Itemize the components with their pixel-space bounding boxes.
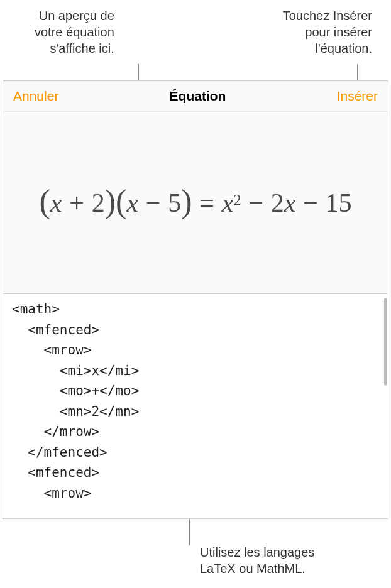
exponent: 2 (233, 192, 241, 209)
rendered-equation: ( x + 2 ) ( x − 5 ) = x2 − 2x − 15 (39, 188, 351, 218)
insert-button[interactable]: Insérer (337, 89, 378, 104)
scrollbar-thumb[interactable] (384, 298, 387, 386)
op-plus: + (69, 188, 84, 218)
equation-code-input[interactable]: <math> <mfenced> <mrow> <mi>x</mi> <mo>+… (3, 294, 388, 518)
num: 15 (326, 188, 352, 218)
op-minus: − (303, 188, 318, 218)
op-minus: − (146, 188, 161, 218)
editor-header: Annuler Équation Insérer (3, 81, 388, 112)
callout-language-text: Utilisez les langagesLaTeX ou MathML. (200, 544, 314, 577)
op-minus: − (248, 188, 263, 218)
op-equals: = (199, 188, 214, 218)
code-text: <math> <mfenced> <mrow> <mi>x</mi> <mo>+… (12, 302, 139, 501)
callout-preview-text: Un aperçu devotre équations'affiche ici. (35, 8, 114, 57)
cancel-button[interactable]: Annuler (13, 89, 58, 104)
var-x: x (284, 188, 296, 218)
num: 5 (168, 188, 181, 218)
var-x: x (222, 188, 234, 218)
editor-title: Équation (170, 89, 226, 104)
num: 2 (271, 188, 284, 218)
var-x: x (126, 188, 138, 218)
num: 2 (92, 188, 105, 218)
callout-insert-text: Touchez Insérerpour insérerl'équation. (283, 8, 372, 57)
equation-editor-panel: Annuler Équation Insérer ( x + 2 ) ( x −… (3, 80, 388, 519)
var-x: x (50, 188, 62, 218)
equation-preview: ( x + 2 ) ( x − 5 ) = x2 − 2x − 15 (3, 112, 388, 294)
